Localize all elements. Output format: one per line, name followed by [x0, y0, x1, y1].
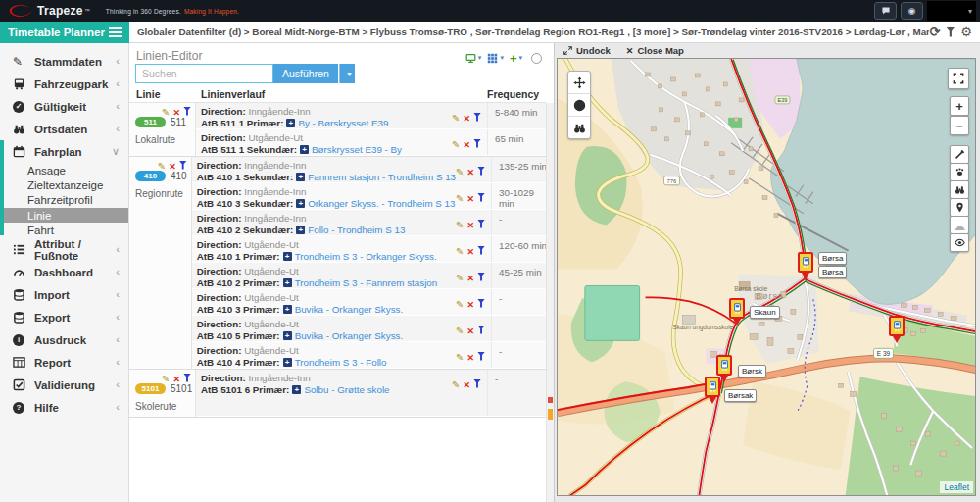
- route-link[interactable]: Trondheim S 3 - Orkanger Skyss.: [295, 251, 437, 262]
- expand-route-icon[interactable]: [296, 173, 305, 181]
- delete-icon[interactable]: [466, 188, 474, 206]
- delete-icon[interactable]: [466, 268, 474, 285]
- filter-icon[interactable]: [477, 193, 485, 202]
- route-row[interactable]: Direction: Inngående-Inn AtB 410 1 Sekun…: [192, 157, 546, 183]
- add-icon[interactable]: [510, 49, 517, 67]
- bus-stop-marker[interactable]: [798, 252, 813, 283]
- expand-route-icon[interactable]: [283, 305, 292, 314]
- stop-label[interactable]: Børsk: [738, 365, 766, 377]
- undock-button[interactable]: Undock: [564, 45, 611, 56]
- route-link[interactable]: Buvika - Orkanger Skyss.: [295, 304, 404, 315]
- route-link[interactable]: Børskrysset E39 - By: [312, 144, 402, 155]
- edit-icon[interactable]: [452, 375, 460, 392]
- filter-icon[interactable]: [473, 139, 481, 148]
- route-link[interactable]: Trondheim S 3 - Follo: [295, 357, 387, 368]
- edit-icon[interactable]: [456, 347, 464, 365]
- filter-icon[interactable]: [183, 107, 191, 116]
- edit-icon[interactable]: [456, 215, 464, 232]
- sidebar-item-hilfe[interactable]: ? Hilfe‹: [0, 396, 128, 419]
- delete-icon[interactable]: [466, 347, 474, 365]
- bus-stop-marker[interactable]: [729, 298, 745, 329]
- refresh-icon[interactable]: [929, 25, 940, 39]
- marker-button[interactable]: [950, 198, 969, 217]
- user-menu[interactable]: ▾: [927, 1, 976, 21]
- sidebar-item-fahrt[interactable]: Fahrt: [0, 224, 128, 237]
- hamburger-menu-icon[interactable]: [109, 27, 122, 37]
- delete-icon[interactable]: [463, 375, 470, 392]
- search-area-button[interactable]: [950, 180, 969, 199]
- visibility-button[interactable]: [950, 233, 969, 252]
- filter-icon[interactable]: [179, 161, 187, 170]
- route-link[interactable]: Follo - Trondheim S 13: [308, 225, 405, 235]
- edit-icon[interactable]: [452, 108, 460, 126]
- route-row[interactable]: Direction: Inngående-Inn AtB 410 2 Sekun…: [192, 210, 546, 236]
- route-row[interactable]: Direction: Inngående-Inn AtB 511 1 Primæ…: [196, 103, 546, 129]
- filter-icon[interactable]: [477, 167, 485, 176]
- route-link[interactable]: Orkanger Skyss. - Trondheim S 13: [308, 198, 455, 209]
- scrollbar[interactable]: [546, 103, 554, 502]
- delete-icon[interactable]: [466, 294, 474, 312]
- sidebar-item-validierung[interactable]: Validierung‹: [0, 374, 128, 396]
- zoom-in-button[interactable]: +: [950, 96, 969, 116]
- route-link[interactable]: Solbu - Grøtte skole: [304, 384, 389, 395]
- filter-icon[interactable]: [477, 352, 485, 361]
- sidebar-item-linie-selected[interactable]: Linie: [0, 208, 128, 223]
- paw-button[interactable]: [950, 163, 969, 181]
- delete-icon[interactable]: [463, 108, 470, 126]
- route-row[interactable]: Direction: Utgående-Ut AtB 410 5 Primær:…: [192, 316, 546, 342]
- route-row[interactable]: Direction: Utgående-Ut AtB 410 1 Primær:…: [192, 236, 546, 263]
- stop-label[interactable]: Børsa: [818, 252, 847, 265]
- delete-icon[interactable]: [463, 134, 470, 152]
- caret-down-icon[interactable]: ▾: [518, 54, 522, 62]
- sidebar-item-dashboard[interactable]: Dashboard‹: [0, 261, 128, 283]
- route-link[interactable]: Trondheim S 3 - Fannrem stasjon: [295, 277, 438, 288]
- bus-stop-marker[interactable]: [889, 316, 905, 347]
- refresh-icon[interactable]: [531, 53, 542, 64]
- line-badge[interactable]: 511: [135, 117, 166, 127]
- expand-route-icon[interactable]: [292, 385, 301, 394]
- expand-route-icon[interactable]: [286, 119, 295, 127]
- edit-icon[interactable]: [452, 134, 460, 152]
- display-icon[interactable]: [466, 53, 476, 64]
- route-row[interactable]: Direction: Utgående-Ut AtB 410 4 Primær:…: [192, 342, 546, 369]
- bus-stop-marker[interactable]: [705, 376, 720, 408]
- sidebar-item-export[interactable]: Export‹: [0, 306, 128, 328]
- filter-icon[interactable]: [473, 113, 481, 122]
- expand-route-icon[interactable]: [296, 199, 305, 208]
- sidebar-item-report[interactable]: Report‹: [0, 351, 128, 374]
- sidebar-item-fahrplan[interactable]: Fahrplan∨: [0, 140, 128, 163]
- sidebar-item-gueltigkeit[interactable]: ✓ Gültigkeit‹: [0, 95, 128, 118]
- binoculars-tool-button[interactable]: [568, 117, 590, 138]
- cloud-layer-button[interactable]: [950, 216, 969, 234]
- filter-icon[interactable]: [477, 273, 485, 281]
- message-button[interactable]: [874, 2, 897, 20]
- filter-icon[interactable]: [477, 246, 485, 255]
- edit-icon[interactable]: [456, 162, 464, 179]
- grid-icon[interactable]: [487, 53, 498, 64]
- route-link[interactable]: Buvika - Orkanger Skyss.: [295, 330, 404, 341]
- filter-icon[interactable]: [946, 27, 955, 37]
- expand-route-icon[interactable]: [283, 358, 292, 367]
- route-row[interactable]: Direction: Utgående-Ut AtB 511 1 Sekundæ…: [196, 129, 546, 156]
- gear-icon[interactable]: [960, 25, 972, 39]
- line-badge[interactable]: 5101: [135, 383, 166, 394]
- route-row[interactable]: Direction: Inngående-Inn AtB 410 3 Sekun…: [192, 183, 546, 210]
- stop-label[interactable]: Skaun: [750, 306, 780, 319]
- route-link[interactable]: By - Børskrysset E39: [298, 118, 388, 128]
- expand-route-icon[interactable]: [296, 226, 305, 234]
- breadcrumb[interactable]: Globaler Datenfilter (d) > Boreal Midt-N…: [137, 26, 929, 37]
- stop-label[interactable]: Børsa: [818, 266, 847, 278]
- filter-icon[interactable]: [477, 326, 485, 334]
- measure-button[interactable]: [950, 145, 969, 164]
- power-button[interactable]: ◉: [901, 2, 923, 20]
- run-button[interactable]: Ausführen: [273, 64, 338, 83]
- delete-icon[interactable]: [466, 162, 474, 179]
- sidebar-item-ausdruck[interactable]: i Ausdruck‹: [0, 328, 128, 351]
- sidebar-item-stammdaten[interactable]: ✎ Stammdaten‹: [0, 50, 128, 73]
- edit-icon[interactable]: [456, 241, 464, 259]
- fullscreen-button[interactable]: [948, 68, 969, 89]
- sidebar-item-zieltextanzeige[interactable]: Zieltextanzeige: [0, 178, 128, 192]
- delete-icon[interactable]: [466, 321, 474, 338]
- line-badge[interactable]: 410: [135, 171, 166, 181]
- filter-icon[interactable]: [477, 220, 485, 228]
